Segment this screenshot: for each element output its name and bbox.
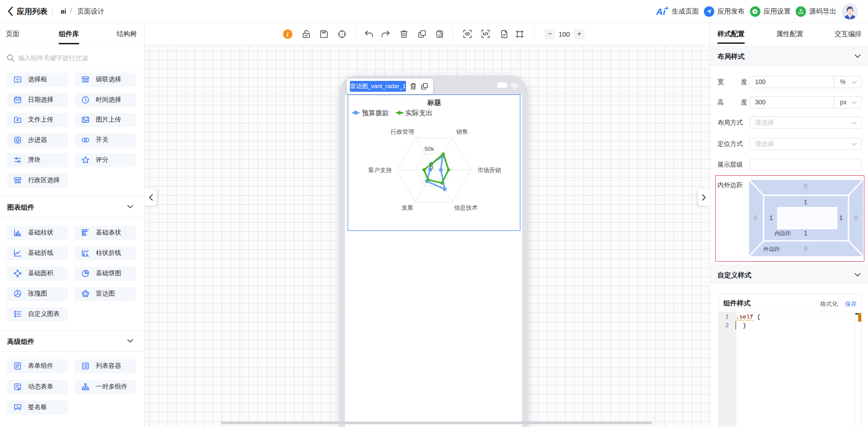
svg-text:0: 0 bbox=[854, 214, 858, 221]
svg-text:0: 0 bbox=[804, 182, 807, 189]
svg-text:外边距: 外边距 bbox=[764, 245, 780, 252]
svg-text:1: 1 bbox=[769, 214, 773, 221]
svg-text:行政管理: 行政管理 bbox=[390, 128, 414, 135]
svg-text:1: 1 bbox=[804, 198, 807, 206]
svg-text:0: 0 bbox=[804, 245, 807, 252]
svg-text:0: 0 bbox=[754, 214, 757, 221]
svg-text:预算拨款: 预算拨款 bbox=[362, 109, 389, 117]
svg-text:信息技术: 信息技术 bbox=[454, 204, 478, 211]
svg-text:Ai: Ai bbox=[656, 6, 666, 17]
svg-text:50k: 50k bbox=[425, 145, 434, 152]
svg-text:0: 0 bbox=[430, 164, 434, 171]
svg-text:发展: 发展 bbox=[401, 204, 413, 211]
svg-text:标题: 标题 bbox=[427, 99, 441, 106]
svg-text:实际支出: 实际支出 bbox=[406, 109, 433, 117]
svg-text:1: 1 bbox=[804, 230, 807, 237]
svg-text:内边距: 内边距 bbox=[774, 230, 791, 236]
svg-text:客户支持: 客户支持 bbox=[368, 167, 392, 174]
svg-text:1: 1 bbox=[839, 214, 843, 221]
svg-text:市场营销: 市场营销 bbox=[477, 167, 501, 174]
svg-text:销售: 销售 bbox=[456, 128, 468, 135]
